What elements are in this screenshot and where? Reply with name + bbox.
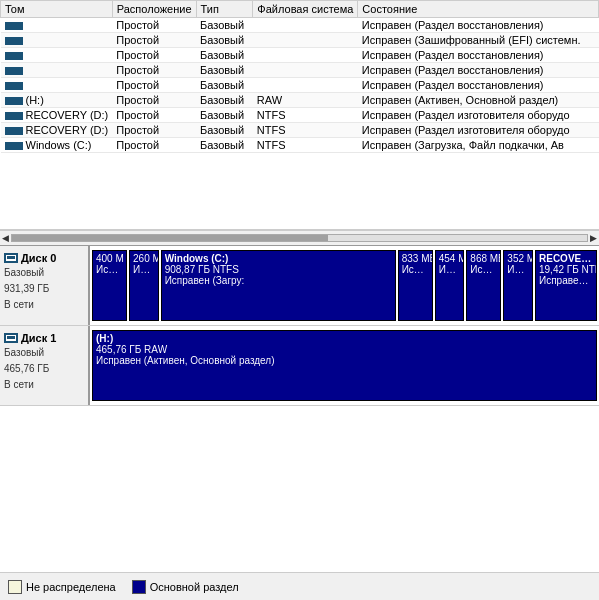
disk0-icon <box>4 253 18 263</box>
legend-primary: Основной раздел <box>132 580 239 594</box>
partition-size: 352 М <box>507 253 529 264</box>
cell-tom <box>1 33 113 48</box>
cell-sostoyanie: Исправен (Раздел изготовителя оборудо <box>358 123 599 138</box>
cell-sostoyanie: Исправен (Зашифрованный (EFI) системн. <box>358 33 599 48</box>
partition[interactable]: RECOVERY19,42 ГБ NTFИсправен (Р <box>535 250 597 321</box>
volume-icon <box>5 142 23 150</box>
cell-tom: Windows (C:) <box>1 138 113 153</box>
cell-tip: Базовый <box>196 63 253 78</box>
disk1-title: Диск 1 <box>4 332 84 344</box>
cell-sostoyanie: Исправен (Раздел восстановления) <box>358 63 599 78</box>
cell-tip: Базовый <box>196 123 253 138</box>
col-fs[interactable]: Файловая система <box>253 1 358 18</box>
cell-tom: (H:) <box>1 93 113 108</box>
legend-unallocated-box <box>8 580 22 594</box>
table-row[interactable]: ПростойБазовыйИсправен (Раздел восстанов… <box>1 48 599 63</box>
legend-primary-box <box>132 580 146 594</box>
partition-label: RECOVERY <box>539 253 593 264</box>
scroll-track[interactable] <box>11 234 588 242</box>
table-row[interactable]: RECOVERY (D:)ПростойБазовыйNTFSИсправен … <box>1 108 599 123</box>
col-tip[interactable]: Тип <box>196 1 253 18</box>
cell-sostoyanie: Исправен (Раздел изготовителя оборудо <box>358 108 599 123</box>
legend-bar: Не распределена Основной раздел <box>0 572 599 600</box>
disk0-row: Диск 0 Базовый 931,39 ГБ В сети 400 МИсп… <box>0 246 599 326</box>
scroll-right-arrow[interactable]: ▶ <box>590 233 597 243</box>
cell-raspolozhenie: Простой <box>112 123 196 138</box>
scroll-left-arrow[interactable]: ◀ <box>2 233 9 243</box>
partition[interactable]: 833 МБИспра <box>398 250 433 321</box>
cell-tom: RECOVERY (D:) <box>1 108 113 123</box>
table-row[interactable]: Windows (C:)ПростойБазовыйNTFSИсправен (… <box>1 138 599 153</box>
disk1-row: Диск 1 Базовый 465,76 ГБ В сети (H:)465,… <box>0 326 599 406</box>
cell-raspolozhenie: Простой <box>112 108 196 123</box>
cell-tom <box>1 78 113 93</box>
cell-raspolozhenie: Простой <box>112 33 196 48</box>
col-sostoyanie[interactable]: Состояние <box>358 1 599 18</box>
cell-sostoyanie: Исправен (Раздел восстановления) <box>358 78 599 93</box>
partition-status: Исправен (Активен, Основной раздел) <box>96 355 593 366</box>
partition[interactable]: 454 МИспра <box>435 250 465 321</box>
cell-fs <box>253 78 358 93</box>
cell-tip: Базовый <box>196 33 253 48</box>
disk0-type: Базовый <box>4 266 84 280</box>
partition[interactable]: (H:)465,76 ГБ RAWИсправен (Активен, Осно… <box>92 330 597 401</box>
cell-tom <box>1 48 113 63</box>
cell-tip: Базовый <box>196 108 253 123</box>
partition-status: Испр <box>507 264 529 275</box>
main-content: Том Расположение Тип Файловая система Со… <box>0 0 599 600</box>
disk1-partitions: (H:)465,76 ГБ RAWИсправен (Активен, Осно… <box>90 326 599 405</box>
volume-icon <box>5 112 23 120</box>
cell-fs <box>253 33 358 48</box>
disk1-label: Диск 1 <box>21 332 56 344</box>
partition[interactable]: 868 МБИспра <box>466 250 501 321</box>
partition[interactable]: Windows (C:)908,87 ГБ NTFSИсправен (Загр… <box>161 250 396 321</box>
cell-tom <box>1 18 113 33</box>
cell-raspolozhenie: Простой <box>112 93 196 108</box>
table-row[interactable]: ПростойБазовыйИсправен (Раздел восстанов… <box>1 63 599 78</box>
horizontal-scrollbar[interactable]: ◀ ▶ <box>0 230 599 246</box>
table-row[interactable]: ПростойБазовыйИсправен (Зашифрованный (E… <box>1 33 599 48</box>
volume-icon <box>5 82 23 90</box>
legend-primary-label: Основной раздел <box>150 581 239 593</box>
partition[interactable]: 352 МИспр <box>503 250 533 321</box>
cell-raspolozhenie: Простой <box>112 48 196 63</box>
partition-size: 465,76 ГБ RAW <box>96 344 593 355</box>
partition[interactable]: 400 МИспра <box>92 250 127 321</box>
partition-size: 908,87 ГБ NTFS <box>165 264 392 275</box>
partition-status: Испра <box>439 264 461 275</box>
cell-sostoyanie: Исправен (Активен, Основной раздел) <box>358 93 599 108</box>
cell-raspolozhenie: Простой <box>112 18 196 33</box>
partition-status: Испра <box>96 264 123 275</box>
cell-fs <box>253 48 358 63</box>
cell-fs <box>253 18 358 33</box>
cell-raspolozhenie: Простой <box>112 138 196 153</box>
partition[interactable]: 260 МИспр <box>129 250 159 321</box>
disk1-size: 465,76 ГБ <box>4 362 84 376</box>
cell-sostoyanie: Исправен (Раздел восстановления) <box>358 18 599 33</box>
partition-status: Испра <box>470 264 497 275</box>
table-row[interactable]: (H:)ПростойБазовыйRAWИсправен (Активен, … <box>1 93 599 108</box>
partition-size: 833 МБ <box>402 253 429 264</box>
disk0-info: Диск 0 Базовый 931,39 ГБ В сети <box>0 246 90 325</box>
partition-size: 400 М <box>96 253 123 264</box>
cell-fs: NTFS <box>253 123 358 138</box>
partition-status: Исправен (Р <box>539 275 593 286</box>
table-row[interactable]: ПростойБазовыйИсправен (Раздел восстанов… <box>1 78 599 93</box>
col-raspolozhenie[interactable]: Расположение <box>112 1 196 18</box>
scroll-thumb[interactable] <box>12 235 328 241</box>
table-row[interactable]: RECOVERY (D:)ПростойБазовыйNTFSИсправен … <box>1 123 599 138</box>
volumes-table: Том Расположение Тип Файловая система Со… <box>0 0 599 153</box>
table-container[interactable]: Том Расположение Тип Файловая система Со… <box>0 0 599 230</box>
cell-tip: Базовый <box>196 78 253 93</box>
col-tom[interactable]: Том <box>1 1 113 18</box>
cell-tom <box>1 63 113 78</box>
disk1-icon <box>4 333 18 343</box>
partition-label: (H:) <box>96 333 593 344</box>
bottom-section: Диск 0 Базовый 931,39 ГБ В сети 400 МИсп… <box>0 246 599 600</box>
table-row[interactable]: ПростойБазовыйИсправен (Раздел восстанов… <box>1 18 599 33</box>
disk0-title: Диск 0 <box>4 252 84 264</box>
volume-icon <box>5 97 23 105</box>
disk0-status: В сети <box>4 298 84 312</box>
partition-status: Испр <box>133 264 155 275</box>
volume-icon <box>5 67 23 75</box>
